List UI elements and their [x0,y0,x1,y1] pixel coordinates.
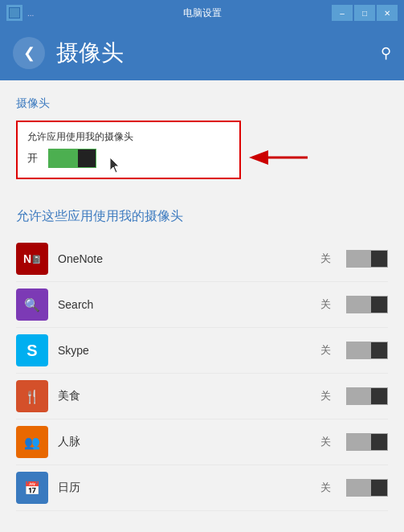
toggle-thumb [371,342,387,358]
app-toggle-onenote[interactable] [346,250,388,268]
restore-button[interactable]: □ [354,5,375,21]
app-toggle-food[interactable] [346,387,388,405]
search-icon: ⚲ [381,45,391,61]
arrow-annotation [247,145,312,170]
app-status-contacts: 关 [320,435,337,449]
camera-toggle-label: 允许应用使用我的摄像头 [27,130,230,144]
toggle-thumb [371,434,387,450]
app-status-onenote: 关 [320,252,337,266]
toggle-on-text: 开 [27,151,40,166]
list-item: S Skype 关 [16,328,388,374]
app-toggle-skype[interactable] [346,342,388,359]
app-name-search: Search [58,298,311,311]
app-toggle-calendar[interactable] [346,479,388,497]
app-toggle-contacts[interactable] [346,433,388,451]
window-title: 电脑设置 [183,6,222,20]
app-name-onenote: OneNote [58,252,311,265]
toggle-thumb [371,388,387,404]
app-status-calendar: 关 [320,481,337,495]
toggle-thumb [78,149,96,167]
minimize-button[interactable]: – [332,5,353,21]
app-name-contacts: 人脉 [58,435,311,449]
app-name-calendar: 日历 [58,481,311,495]
app-status-skype: 关 [320,343,337,358]
app-name-skype: Skype [58,344,311,357]
toggle-thumb [371,251,387,267]
list-item: 🍴 美食 关 [16,374,388,419]
list-item: N📓 OneNote 关 [16,236,388,282]
app-icon-search: 🔍 [16,289,48,321]
app-toggle-search[interactable] [346,296,388,313]
app-list: N📓 OneNote 关 🔍 Search 关 S Skype 关 [16,236,388,511]
app-icon-food: 🍴 [16,380,48,412]
toggle-thumb [371,480,387,496]
camera-toggle-box: 允许应用使用我的摄像头 开 [16,121,241,179]
main-content: 摄像头 允许应用使用我的摄像头 开 [0,80,404,532]
app-icon-skype: S [16,334,48,366]
list-item: 🔍 Search 关 [16,282,388,328]
title-bar: ⊞ ... 电脑设置 – □ ✕ [0,0,404,26]
close-button[interactable]: ✕ [377,5,398,21]
window-controls: – □ ✕ [332,5,398,21]
list-item: 👥 人脉 关 [16,419,388,465]
camera-toggle-switch[interactable] [48,149,96,168]
title-bar-dots: ... [27,9,34,18]
list-item: 📅 日历 关 [16,465,388,511]
app-status-search: 关 [320,297,337,312]
back-icon: ❮ [23,44,35,62]
app-icon: ⊞ [6,5,22,21]
apps-section-title: 允许这些应用使用我的摄像头 [16,208,388,225]
back-button[interactable]: ❮ [13,37,45,69]
toggle-row: 开 [27,149,230,168]
toggle-thumb [371,297,387,313]
camera-section-title: 摄像头 [16,96,388,111]
app-status-food: 关 [320,389,337,403]
app-icon-contacts: 👥 [16,426,48,458]
search-button[interactable]: ⚲ [381,44,391,62]
nav-bar: ❮ 摄像头 ⚲ [0,26,404,80]
page-title: 摄像头 [56,38,124,68]
app-icon-onenote: N📓 [16,243,48,275]
app-name-food: 美食 [58,389,311,403]
app-icon-calendar: 📅 [16,472,48,504]
